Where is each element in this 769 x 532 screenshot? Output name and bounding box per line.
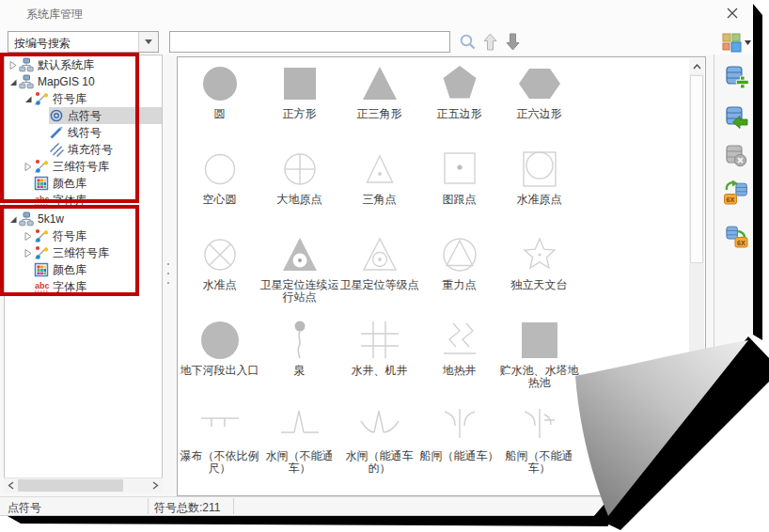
view-mode-button[interactable] [718,31,754,54]
symbol-cell[interactable]: 独立天文台 [499,230,579,316]
symbol-glyph [357,316,402,365]
symbol-cell[interactable]: 地热井 [419,316,499,401]
symbol-vertical-scrollbar[interactable] [689,58,704,494]
symbol-cell[interactable]: 空心圆 [180,145,259,230]
arrow-down-icon [506,33,520,51]
symbol-glyph [517,230,562,279]
symbol-cell[interactable]: 圆 [180,59,259,145]
toolbar-separator [714,55,714,494]
symbol-label: 船闸（能通车） [420,450,499,462]
symbol-glyph [277,145,322,194]
svg-text:6X: 6X [737,238,745,246]
symbol-label: 水闸（能通车的） [340,450,419,475]
symbol-glyph [437,401,482,450]
symbol-cell[interactable]: 船闸（能通车） [419,401,499,487]
symbol-cell[interactable]: 水闸（能通车的） [339,401,419,487]
symbol-label: 地热井 [443,365,477,377]
symbol-cell[interactable]: 正五边形 [419,59,499,145]
symbol-glyph [517,316,562,365]
symbol-glyph [277,316,322,365]
symbol-label: 大地原点 [277,194,322,206]
symbol-cell[interactable]: 水准点 [180,230,259,316]
screenshot-canvas: 系统库管理 按编号搜索 [0,0,769,532]
find-previous-button[interactable] [479,31,500,53]
search-icon [459,33,477,51]
scrollbar-thumb[interactable] [690,75,703,263]
symbol-glyph [357,145,402,194]
symbol-glyph [437,59,482,108]
symbol-label: 正六边形 [517,108,562,120]
symbol-cell[interactable]: 水准原点 [499,145,579,230]
search-button[interactable] [457,31,478,53]
import-6x-button[interactable]: 6X [720,178,750,206]
symbol-cell[interactable]: 卫星定位连续运行站点 [259,230,339,316]
symbol-label: 卫星定位连续运行站点 [260,279,339,304]
db-add-icon [723,64,748,89]
view-mode-icon [722,33,743,53]
symbol-glyph [277,401,322,450]
scroll-right-icon[interactable] [149,478,163,493]
import-library-button[interactable] [720,102,750,131]
symbol-cell[interactable]: 贮水池、水塔地热池 [499,316,579,401]
arrow-up-icon [483,33,497,51]
search-mode-combobox[interactable]: 按编号搜索 [8,31,159,53]
symbol-cell[interactable]: 正六边形 [499,59,579,145]
add-library-button[interactable] [720,62,750,90]
scroll-left-icon[interactable] [4,478,18,493]
symbol-cell[interactable]: 水闸（不能通车） [259,401,339,487]
symbol-glyph [517,401,562,450]
scrollbar-thumb[interactable] [18,479,123,492]
symbol-cell[interactable]: 正方形 [259,59,339,145]
export-6x-button[interactable]: 6X [720,221,750,249]
symbol-glyph [517,59,562,108]
symbol-grid: 圆正方形正三角形正五边形正六边形空心圆大地原点三角点图跟点水准原点水准点卫星定位… [180,59,579,487]
search-mode-value: 按编号搜索 [14,36,71,52]
status-bar: 点符号 符号总数:211 [0,496,753,515]
symbol-glyph [437,316,482,365]
symbol-label: 水准原点 [517,194,562,206]
symbol-cell[interactable]: 瀑布（不依比例尺） [180,401,259,487]
symbol-cell[interactable]: 三角点 [339,145,419,230]
db-6x-out-icon: 6X [723,223,748,248]
db-import-icon [723,104,748,130]
symbol-label: 图跟点 [443,194,477,206]
status-separator [148,498,149,514]
symbol-cell[interactable]: 卫星定位等级点 [339,230,419,316]
symbol-cell[interactable]: 水井、机井 [339,316,419,401]
symbol-cell[interactable]: 船闸（不能通车） [499,401,579,487]
scroll-up-icon[interactable] [689,58,704,74]
delete-library-button[interactable] [720,141,750,169]
symbol-cell[interactable]: 大地原点 [259,145,339,230]
symbol-cell[interactable]: 地下河段出入口 [180,316,259,401]
symbol-cell[interactable]: 泉 [259,316,339,401]
annotation-box-default-libraries [0,53,139,203]
symbol-label: 地下河段出入口 [180,365,259,377]
symbol-glyph [197,145,243,194]
symbol-cell[interactable]: 图跟点 [419,145,499,230]
panel-splitter-handle[interactable] [166,263,170,284]
status-symbol-count: 符号总数:211 [154,500,220,516]
symbol-glyph [277,230,322,279]
symbol-label: 圆 [214,108,226,120]
symbol-label: 水井、机井 [352,365,408,377]
search-input[interactable] [169,31,450,53]
chevron-down-icon [145,39,152,44]
symbol-label: 空心圆 [203,194,237,206]
find-next-button[interactable] [502,31,523,53]
symbol-glyph [197,230,243,279]
symbol-label: 水闸（不能通车） [260,450,339,475]
tree-horizontal-scrollbar[interactable] [4,477,163,493]
window-title: 系统库管理 [26,7,83,23]
close-icon [726,7,739,20]
symbol-label: 正方形 [283,108,317,120]
close-button[interactable] [720,4,745,23]
status-separator [233,498,234,514]
symbol-cell[interactable]: 重力点 [419,230,499,316]
symbol-glyph [357,230,402,279]
symbol-cell[interactable]: 正三角形 [339,59,419,145]
symbol-label: 独立天文台 [511,279,568,291]
chevron-down-icon [745,40,751,45]
symbol-glyph [437,230,482,279]
combobox-dropdown-button[interactable] [138,32,158,52]
search-toolbar: 按编号搜索 [0,27,753,55]
